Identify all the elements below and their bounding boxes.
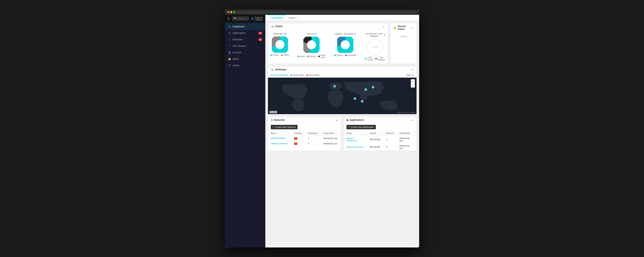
app-name-cell: Valencia Devices <box>344 143 367 151</box>
uplinks-legend: Uplinks Downlinks <box>334 54 356 56</box>
sidebar-item-admin[interactable]: ⚙ Admin <box>225 62 265 69</box>
join-no-data: No data <box>367 39 383 55</box>
map-pin-1 <box>365 88 367 91</box>
tabs-bar: LoRaWAN® misty® ✕ <box>265 15 419 21</box>
networks-table: Name Country Gateways Ownership MONITORI… <box>268 131 341 146</box>
table-row: Always connected BE:03:031 1 Owned by yo… <box>344 136 416 143</box>
legend-dot-offline <box>281 54 282 56</box>
col-ownership: Ownership <box>320 131 341 136</box>
sidebar-item-label: Networks <box>232 38 243 41</box>
account-icon: 👤 <box>228 51 231 54</box>
devices-legend: Active Inactive Never seen <box>297 54 326 59</box>
create-application-button[interactable]: + Create New Application <box>346 125 376 129</box>
tab-lorawan[interactable]: LoRaWAN® <box>268 15 286 21</box>
gateways-legend: Online Offline <box>271 54 289 56</box>
alerts-count: 0 Alerts <box>400 35 408 38</box>
map-container[interactable]: + − Google Map data ©2024 Google <box>268 78 416 114</box>
gateways-title: 📡 Gateways <box>271 68 286 71</box>
network-name-link[interactable]: MONITORING <box>271 137 285 139</box>
applications-section: ◈ Applications ▲ + Create New Applicatio… <box>344 117 417 151</box>
search-placeholder: Search... <box>238 18 247 20</box>
networks-table-body: MONITORING 1 Owned by you Valencia Netwo… <box>268 136 341 146</box>
search-box[interactable]: 🔍 Search... <box>232 17 249 21</box>
plus-icon: + <box>273 126 274 128</box>
join-pie: No data <box>367 39 383 55</box>
network-country-cell <box>291 136 305 141</box>
sidebar-item-account[interactable]: 👤 Account <box>225 49 265 56</box>
col-gateways: Gateways <box>305 131 320 136</box>
applications-toggle[interactable]: ▲ <box>411 119 414 121</box>
map-pin-2 <box>372 86 374 88</box>
flag-icon <box>294 142 297 145</box>
plus-icon: + <box>348 126 350 128</box>
networks-header: ⬡ Networks ▲ <box>268 117 341 123</box>
bell-icon: 🔔 <box>394 26 396 29</box>
network-name-cell: Valencia Network <box>268 141 291 146</box>
gateway-icon: 📡 <box>271 68 274 71</box>
zoom-out-button[interactable]: − <box>411 83 415 88</box>
browser-dots <box>227 11 236 13</box>
online-dot <box>290 74 292 76</box>
filter-offline[interactable]: Show offline <box>306 74 320 76</box>
network-gateways-cell: 3 <box>305 141 320 146</box>
applications-section-title: ◈ Applications <box>346 119 364 121</box>
app-name-link[interactable]: Always connected <box>346 137 357 142</box>
hamburger-icon[interactable]: ☰ <box>227 17 230 20</box>
create-network-button[interactable]: + Create New Network <box>271 125 298 129</box>
show-all-gateways-link[interactable]: Show all Gateways <box>271 74 288 76</box>
gateways-section: 📡 Gateways ▲ Show all Gateways Show onli… <box>268 66 417 114</box>
dot-red[interactable] <box>227 11 229 13</box>
sidebar-item-label: Dashboard <box>232 25 244 28</box>
legend-online: Online <box>271 54 279 56</box>
chart-icon: 📊 <box>271 25 274 28</box>
main-content: LoRaWAN® misty® ✕ 📊 Charts <box>265 15 419 247</box>
support-button[interactable]: 👤 Support LORIOT <box>251 16 266 21</box>
col-country: Country <box>291 131 305 136</box>
applications-icon: ◈ <box>228 32 231 35</box>
tab-close-icon[interactable]: ✕ <box>297 17 299 19</box>
map-pin-5 <box>334 85 336 87</box>
app-name-link[interactable]: Valencia Devices <box>346 146 364 148</box>
sidebar-item-join-servers[interactable]: ⤷ Join Servers <box>225 43 265 49</box>
sidebar-item-alerts[interactable]: 🔔 Alerts <box>225 56 265 62</box>
svg-point-9 <box>341 40 350 49</box>
tab-misty[interactable]: misty® ✕ <box>286 15 302 21</box>
applications-table-head: Name AppID Devices Ownership <box>344 131 416 136</box>
sidebar-item-label: Applications <box>232 32 246 35</box>
search-icon: 🔍 <box>234 17 237 20</box>
network-gateways-cell: 1 <box>305 136 320 141</box>
flag-icon <box>294 137 297 140</box>
tab-misty-label: misty® <box>288 17 296 19</box>
sidebar-item-label: Admin <box>232 64 240 67</box>
filter-online[interactable]: Show online <box>290 74 304 76</box>
address-bar[interactable] <box>238 11 417 13</box>
col-appid: AppID <box>367 131 383 136</box>
sidebar-item-networks[interactable]: ⬡ Networks 1 <box>225 36 265 43</box>
user-icon: 👤 <box>251 17 254 20</box>
alerts-toggle[interactable]: ▲ <box>411 26 414 29</box>
network-name-link[interactable]: Valencia Network <box>271 142 288 145</box>
gateways-toggle[interactable]: ▲ <box>411 68 414 71</box>
networks-toggle[interactable]: ▲ <box>336 119 338 121</box>
sidebar-item-applications[interactable]: ◈ Applications 1 <box>225 30 265 36</box>
charts-toggle[interactable]: ▲ <box>382 25 385 28</box>
network-ownership-cell: Owned by you <box>320 136 341 141</box>
table-row: MONITORING 1 Owned by you <box>268 136 341 141</box>
network-country-cell <box>291 141 305 146</box>
dot-join-request <box>375 58 377 59</box>
dot-never-seen <box>318 56 320 57</box>
dot-yellow[interactable] <box>230 11 232 13</box>
map-pin-4 <box>361 100 363 102</box>
app-devices-cell: 1 <box>383 136 397 143</box>
sidebar-nav: ⊞ Dashboard ◈ Applications 1 ⬡ Networks … <box>225 23 265 247</box>
chart-divider-3 <box>360 33 361 61</box>
app-icon: ◈ <box>346 119 348 121</box>
devices-pie <box>304 37 320 53</box>
dot-green[interactable] <box>233 11 236 13</box>
col-name: Name <box>268 131 291 136</box>
sidebar-item-dashboard[interactable]: ⊞ Dashboard <box>225 23 265 30</box>
applications-header: ◈ Applications ▲ <box>344 117 416 123</box>
networks-section-title: ⬡ Networks <box>271 119 285 121</box>
zoom-controls: + − <box>411 79 415 88</box>
zoom-in-button[interactable]: + <box>411 79 415 83</box>
